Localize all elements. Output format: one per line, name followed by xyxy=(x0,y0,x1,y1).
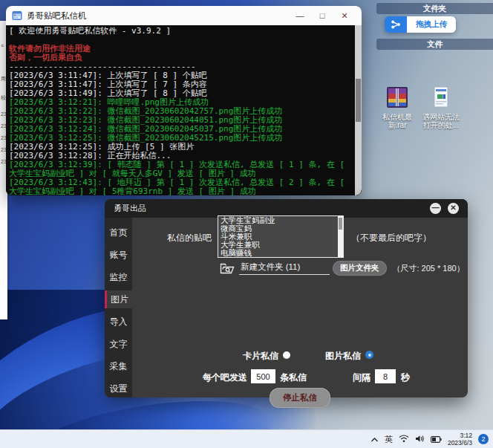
battery-icon[interactable] xyxy=(431,432,442,446)
document-icon xyxy=(432,86,450,111)
interval-label: 间隔 xyxy=(353,371,370,384)
close-button[interactable]: ✕ xyxy=(448,203,459,214)
sidebar-item-home[interactable]: 首页 xyxy=(105,224,132,241)
console-app-icon xyxy=(12,10,22,21)
desktop: ≡ 用教 校日 23/ 23/ 23/ 23/ 23/ 文件夹 拖拽上传 文件 … xyxy=(0,0,493,448)
tieba-note: （不要最后的吧字） xyxy=(351,232,431,244)
app-sidebar: 首页 账号 监控 图片 导入 文字 采集 设置 xyxy=(105,218,132,397)
sidebar-item-image[interactable]: 图片 xyxy=(105,290,132,308)
console-log-area[interactable]: [ 欢迎使用勇哥贴吧私信软件 - v3.9.2 ] 软件请勿用作非法用途 否则，… xyxy=(6,25,362,195)
tieba-label: 私信的贴吧 xyxy=(167,232,212,244)
image-folder-button[interactable]: 图片文件夹 xyxy=(333,261,387,276)
volume-icon[interactable] xyxy=(415,432,425,446)
icon-label: 私信机最 新.rar xyxy=(374,113,420,129)
upload-folder-label: 文件夹 xyxy=(423,4,447,14)
console-log-line: [2023/6/3 3:12:43]: [ 地拜迈 ] 第 [ 1 ] 次发送私… xyxy=(9,178,351,195)
minimize-button[interactable]: — xyxy=(289,6,311,25)
send-count-input[interactable] xyxy=(251,369,275,383)
listbox-scrollbar-thumb[interactable] xyxy=(339,218,342,230)
listbox-scrollbar[interactable] xyxy=(338,216,343,257)
card-message-radio[interactable] xyxy=(283,351,290,359)
upload-file-label: 文件 xyxy=(427,39,443,50)
sidebar-item-monitor[interactable]: 监控 xyxy=(105,268,132,286)
card-message-label: 卡片私信 xyxy=(243,350,278,363)
app-content: 私信的贴吧 大学生宝妈副业 微商宝妈 斗米兼职 大学生兼职 电脑赚钱 （不要最后… xyxy=(132,218,468,397)
clock-time: 3:12 xyxy=(448,432,472,439)
console-log-line: [2023/6/3 3:12:39]: [ 韩态随 ] 第 [ 1 ] 次发送私… xyxy=(9,160,351,178)
send-count-prefix: 每个吧发送 xyxy=(203,371,247,384)
ime-indicator[interactable]: 英 xyxy=(385,434,393,445)
console-titlebar[interactable]: 勇哥贴吧私信机 — □ ✕ xyxy=(6,6,362,25)
console-window-title: 勇哥贴吧私信机 xyxy=(27,10,289,22)
folder-name-field[interactable]: 新建文件夹 (11) xyxy=(239,262,330,275)
taskbar: 英 3:12 2023/6/3 2 xyxy=(0,429,493,448)
sidebar-item-collect[interactable]: 采集 xyxy=(105,357,132,375)
system-tray: 英 3:12 2023/6/3 2 xyxy=(370,430,489,448)
close-button[interactable]: ✕ xyxy=(333,6,356,25)
tray-chevron-icon[interactable] xyxy=(370,432,379,446)
image-folder-row: 新建文件夹 (11) 图片文件夹 （尺寸: 205 * 180） xyxy=(220,260,465,276)
sidebar-item-account[interactable]: 账号 xyxy=(105,246,132,264)
winrar-icon xyxy=(385,86,409,111)
image-size-note: （尺寸: 205 * 180） xyxy=(393,263,465,274)
send-count-suffix: 条私信 xyxy=(280,371,307,384)
clock-date: 2023/6/3 xyxy=(448,439,472,447)
upload-folder-bar[interactable]: 文件夹 xyxy=(376,3,493,14)
sidebar-item-import[interactable]: 导入 xyxy=(105,313,132,331)
folder-search-icon xyxy=(220,262,235,275)
send-settings-row: 每个吧发送 条私信 间隔 秒 xyxy=(132,369,468,384)
icon-label: 遇网站无法 打开的处... xyxy=(418,113,464,129)
notification-badge[interactable]: 2 xyxy=(478,434,489,444)
stop-message-button[interactable]: 停止私信 xyxy=(270,388,330,408)
tieba-listbox[interactable]: 大学生宝妈副业 微商宝妈 斗米兼职 大学生兼职 电脑赚钱 xyxy=(218,215,344,258)
sidebar-item-settings[interactable]: 设置 xyxy=(105,380,132,397)
message-type-row: 卡片私信 图片私信 xyxy=(132,350,468,362)
app-window-title: 勇哥出品 xyxy=(114,203,423,214)
console-scrollbar[interactable] xyxy=(355,25,362,195)
desktop-icon-rar[interactable]: 私信机最 新.rar xyxy=(374,86,420,129)
console-log-line: [ 欢迎使用勇哥贴吧私信软件 - v3.9.2 ] xyxy=(9,27,351,36)
desktop-icon-document[interactable]: 遇网站无法 打开的处... xyxy=(418,86,464,129)
tieba-list-item[interactable]: 电脑赚钱 xyxy=(218,249,343,257)
minimize-button[interactable]: — xyxy=(430,203,441,214)
interval-unit: 秒 xyxy=(401,371,410,384)
maximize-button[interactable]: □ xyxy=(311,6,333,25)
app-window: 勇哥出品 — ✕ 首页 账号 监控 图片 导入 文字 采集 设置 私信的贴吧 大… xyxy=(105,199,468,397)
drag-upload-pill[interactable]: 拖拽上传 xyxy=(385,16,456,33)
image-message-radio[interactable] xyxy=(365,351,373,359)
netdisk-share-icon xyxy=(385,16,407,33)
wifi-icon[interactable] xyxy=(399,432,409,446)
image-message-label: 图片私信 xyxy=(325,350,361,363)
tray-clock[interactable]: 3:12 2023/6/3 xyxy=(448,432,472,447)
console-window: 勇哥贴吧私信机 — □ ✕ [ 欢迎使用勇哥贴吧私信软件 - v3.9.2 ] … xyxy=(6,6,362,195)
drag-upload-label: 拖拽上传 xyxy=(407,16,456,33)
console-scrollbar-thumb[interactable] xyxy=(356,79,361,122)
interval-input[interactable] xyxy=(375,369,396,383)
sidebar-item-text[interactable]: 文字 xyxy=(105,335,132,353)
upload-file-bar[interactable]: 文件 xyxy=(376,39,493,50)
